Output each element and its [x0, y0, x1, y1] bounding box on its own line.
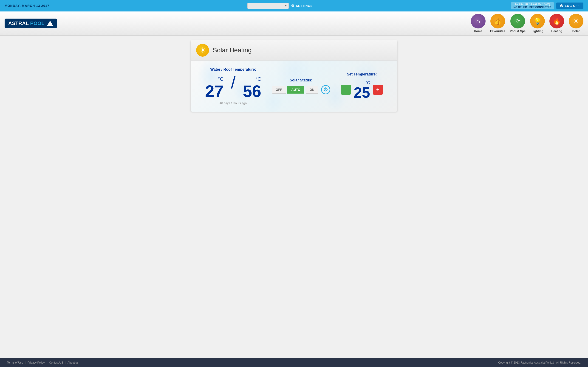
gear-icon: ⚙	[291, 4, 294, 8]
settings-button[interactable]: ⚙ SETTINGS	[291, 4, 313, 8]
solar-status-label: Solar Status:	[272, 78, 330, 82]
temp-section: Water / Roof Temperature: °C 27 / °C 56 …	[205, 67, 261, 105]
logoff-button[interactable]: ⏻ LOG OFF	[556, 2, 583, 9]
no-user-connected: NO OTHER USER CONNECTED	[514, 6, 551, 8]
logo-astral: ASTRAL	[8, 20, 29, 26]
power-icon: ⏻	[560, 4, 563, 8]
user-name: Pool Pro IPL-35 (001 884 1 1000)	[514, 3, 551, 6]
sep1: |	[25, 361, 26, 364]
water-temp-value: 27	[205, 83, 224, 100]
top-bar: MONDAY, MARCH 13 2017 ⚙ SETTINGS Pool Pr…	[0, 0, 588, 11]
footer-links: Terms of Use | Privacy Policy | Contact …	[7, 361, 78, 364]
nav-item-poolspa[interactable]: ⟳ Pool & Spa	[510, 14, 526, 33]
footer: Terms of Use | Privacy Policy | Contact …	[0, 358, 588, 367]
location-dropdown[interactable]	[247, 3, 289, 9]
nav-label-solar: Solar	[572, 29, 580, 33]
nav-item-lighting[interactable]: 💡 Lighting	[530, 14, 545, 33]
temp-divider: /	[226, 74, 240, 91]
nav-item-favourites[interactable]: 👍 Favourites	[490, 14, 505, 33]
water-temp-unit: °C	[218, 76, 224, 82]
nav-label-heating: Heating	[551, 29, 562, 33]
power-toggle-button[interactable]: ⏻	[321, 85, 330, 94]
home-icon: ⌂	[471, 14, 485, 28]
temp-display: °C 27 / °C 56	[205, 74, 261, 100]
terms-link[interactable]: Terms of Use	[7, 361, 23, 364]
nav-items: ⌂ Home 👍 Favourites ⟳ Pool & Spa 💡 Light…	[471, 14, 583, 33]
logo-box: ASTRALPOOL	[5, 19, 57, 28]
settings-label: SETTINGS	[296, 4, 313, 8]
solar-sun-icon	[196, 44, 209, 57]
top-bar-right: Pool Pro IPL-35 (001 884 1 1000) NO OTHE…	[511, 2, 583, 9]
solar-body: Water / Roof Temperature: °C 27 / °C 56 …	[191, 60, 397, 112]
decrease-temp-button[interactable]: -	[341, 85, 351, 95]
temp-timestamp: 48 days 1 hours ago	[205, 101, 261, 105]
user-info-box: Pool Pro IPL-35 (001 884 1 1000) NO OTHE…	[511, 2, 554, 9]
power-circle-icon: ⏻	[324, 87, 328, 92]
solar-panel: Solar Heating Water / Roof Temperature: …	[191, 40, 397, 112]
nav-label-poolspa: Pool & Spa	[510, 29, 526, 33]
water-roof-label: Water / Roof Temperature:	[205, 67, 261, 72]
set-temp-controls: - °C 25 +	[341, 79, 383, 100]
date-display: MONDAY, MARCH 13 2017	[5, 4, 49, 8]
favourites-icon: 👍	[490, 14, 505, 28]
logo-container: ASTRALPOOL	[5, 19, 57, 28]
privacy-link[interactable]: Privacy Policy	[27, 361, 45, 364]
page-title: Solar Heating	[213, 47, 252, 54]
roof-temp-value: 56	[243, 83, 261, 100]
sep3: |	[65, 361, 66, 364]
poolspa-icon: ⟳	[510, 14, 525, 28]
solar-icon: ☀	[569, 14, 583, 28]
solar-content-grid: Water / Roof Temperature: °C 27 / °C 56 …	[200, 67, 388, 105]
roof-temp-unit: °C	[256, 76, 261, 82]
about-link[interactable]: About us	[68, 361, 78, 364]
nav-item-home[interactable]: ⌂ Home	[471, 14, 485, 33]
copyright: Copyright © 2013 Fabtronics Australia Pt…	[498, 361, 581, 364]
nav-label-favourites: Favourites	[490, 29, 505, 33]
logo-pool: POOL	[30, 20, 44, 26]
set-temp-section: Set Temperature: - °C 25 +	[341, 72, 383, 100]
location-dropdown-wrapper[interactable]	[247, 3, 289, 9]
logo-triangle-icon	[47, 21, 53, 26]
nav-item-heating[interactable]: 🔥 Heating	[549, 14, 564, 33]
nav-item-solar[interactable]: ☀ Solar	[569, 14, 583, 33]
nav-label-lighting: Lighting	[531, 29, 543, 33]
solar-header: Solar Heating	[191, 40, 397, 60]
contact-link[interactable]: Contact US	[49, 361, 63, 364]
toggle-off-button[interactable]: OFF	[272, 86, 286, 94]
nav-bar: ASTRALPOOL ⌂ Home 👍 Favourites ⟳ Pool & …	[0, 11, 588, 35]
sep2: |	[47, 361, 47, 364]
toggle-group: OFF AUTO ON ⏻	[272, 85, 330, 94]
top-bar-center: ⚙ SETTINGS	[247, 3, 313, 9]
toggle-auto-button[interactable]: AUTO	[287, 86, 304, 94]
set-temp-value: 25	[354, 85, 370, 100]
status-section: Solar Status: OFF AUTO ON ⏻	[272, 78, 330, 94]
logoff-label: LOG OFF	[565, 4, 580, 8]
lighting-icon: 💡	[530, 14, 545, 28]
nav-label-home: Home	[474, 29, 482, 33]
main-content: Solar Heating Water / Roof Temperature: …	[0, 35, 588, 358]
increase-temp-button[interactable]: +	[373, 85, 383, 95]
toggle-on-button[interactable]: ON	[306, 86, 318, 94]
heating-icon: 🔥	[549, 14, 564, 28]
set-temp-label: Set Temperature:	[341, 72, 383, 76]
